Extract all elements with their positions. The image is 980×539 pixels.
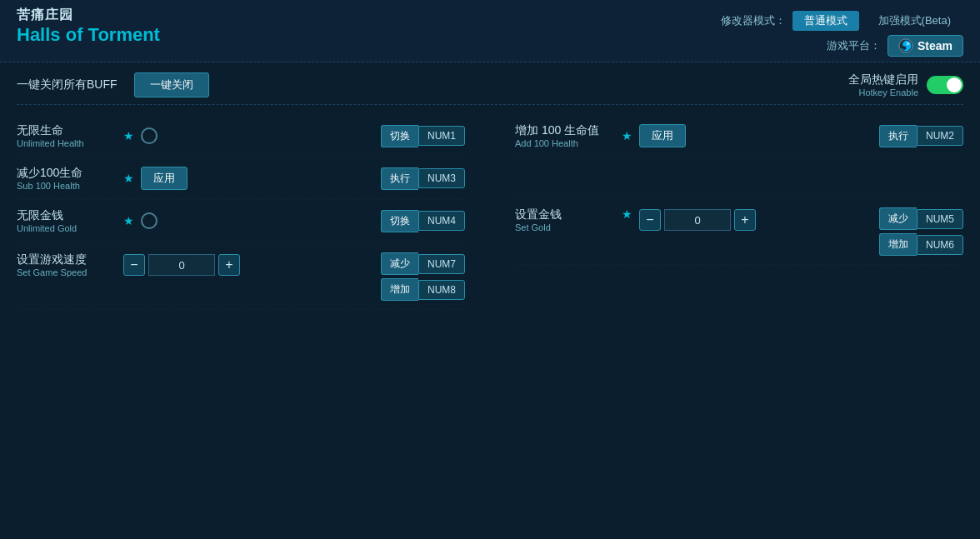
one-key-label: 一键关闭所有BUFF [17,77,118,92]
key-name-gold-num6[interactable]: NUM6 [917,235,963,255]
feature-unlimited-health: 无限生命 Unlimited Health ★ 切换 NUM1 [17,115,465,157]
key-action-unlimited-health[interactable]: 切换 [381,125,418,147]
features-grid: 无限生命 Unlimited Health ★ 切换 NUM1 减少100生命 … [17,115,963,310]
steam-label: Steam [918,39,952,52]
feature-name-add-health: 增加 100 生命值 Add 100 Health [515,123,615,148]
key-name-unlimited-gold[interactable]: NUM4 [418,211,465,231]
apply-add-health[interactable]: 应用 [639,124,686,147]
hotkey-row: 一键关闭所有BUFF 一键关闭 全局热键启用 Hotkey Enable [17,72,963,105]
key-action-unlimited-gold[interactable]: 切换 [381,210,418,232]
title-english: Halls of Torment [17,24,160,46]
mode-label: 修改器模式： [721,13,786,28]
feature-add-health: 增加 100 生命值 Add 100 Health ★ 应用 执行 NUM2 [515,115,963,157]
feat-zh-set-gold: 设置金钱 [515,207,615,222]
apply-sub-health[interactable]: 应用 [141,167,188,190]
feat-en-set-gold: Set Gold [515,222,615,232]
key-action-sub-health[interactable]: 执行 [381,167,418,190]
gold-minus[interactable]: − [639,209,661,231]
feat-en-unlimited-health: Unlimited Health [17,138,117,148]
left-column: 无限生命 Unlimited Health ★ 切换 NUM1 减少100生命 … [17,115,465,310]
title-block: 苦痛庄园 Halls of Torment [17,7,160,46]
game-speed-minus[interactable]: − [123,254,145,276]
global-hotkey-zh: 全局热键启用 [848,72,918,87]
feat-zh-add-health: 增加 100 生命值 [515,123,615,138]
key-btn-unlimited-gold: 切换 NUM4 [381,210,465,232]
mode-normal-button[interactable]: 普通模式 [792,11,859,31]
feature-name-set-gold: 设置金钱 Set Gold [515,207,615,232]
gold-key-stack: 减少 NUM5 增加 NUM6 [879,207,963,256]
star-sub-health[interactable]: ★ [123,172,134,185]
main-content: 一键关闭所有BUFF 一键关闭 全局热键启用 Hotkey Enable 无限生… [0,62,980,320]
feature-unlimited-gold: 无限金钱 Unlimited Gold ★ 切换 NUM4 [17,200,465,242]
toggle-track [927,76,963,94]
gold-plus[interactable]: + [734,209,756,231]
platform-row: 游戏平台： Steam [827,35,963,57]
hotkey-toggle[interactable] [927,76,963,94]
one-key-section: 一键关闭所有BUFF 一键关闭 [17,72,209,97]
feature-name-sub-health: 减少100生命 Sub 100 Health [17,166,117,191]
right-column: 增加 100 生命值 Add 100 Health ★ 应用 执行 NUM2 设… [515,115,963,310]
gold-input-row: − + [639,209,756,231]
empty-row-placeholder [515,157,963,199]
feature-name-game-speed: 设置游戏速度 Set Game Speed [17,252,117,277]
key-action-gold-decrease[interactable]: 减少 [879,207,917,230]
feature-set-gold: 设置金钱 Set Gold ★ − + 减少 NUM5 增加 [515,199,963,265]
key-btn-gold-increase: 增加 NUM6 [879,233,963,256]
star-add-health[interactable]: ★ [622,129,632,142]
global-hotkey-labels: 全局热键启用 Hotkey Enable [848,72,918,97]
game-speed-value[interactable] [148,254,215,276]
key-action-add-health[interactable]: 执行 [879,125,917,147]
gold-value[interactable] [664,209,731,231]
key-name-unlimited-health[interactable]: NUM1 [418,126,465,146]
feat-zh-unlimited-gold: 无限金钱 [17,208,117,223]
feature-name-unlimited-health: 无限生命 Unlimited Health [17,123,117,148]
key-action-gold-increase[interactable]: 增加 [879,233,917,256]
key-action-game-speed-increase[interactable]: 增加 [381,278,418,301]
game-speed-key-stack: 减少 NUM7 增加 NUM8 [381,252,465,301]
key-btn-game-speed-increase: 增加 NUM8 [381,278,465,301]
svg-point-1 [906,42,909,46]
key-name-game-speed-num8[interactable]: NUM8 [418,280,465,300]
steam-button[interactable]: Steam [888,35,963,57]
key-name-sub-health[interactable]: NUM3 [418,168,465,188]
feat-en-unlimited-gold: Unlimited Gold [17,223,117,233]
key-name-gold-num5[interactable]: NUM5 [917,209,963,229]
mode-beta-button[interactable]: 加强模式(Beta) [866,10,963,32]
key-btn-unlimited-health: 切换 NUM1 [381,125,465,147]
star-unlimited-health[interactable]: ★ [123,129,134,142]
feature-sub-health: 减少100生命 Sub 100 Health ★ 应用 执行 NUM3 [17,157,465,200]
star-set-gold[interactable]: ★ [622,207,632,221]
toggle-unlimited-gold[interactable] [141,212,158,229]
key-btn-sub-health: 执行 NUM3 [381,167,465,190]
feat-en-game-speed: Set Game Speed [17,267,117,277]
mode-row: 修改器模式： 普通模式 加强模式(Beta) [721,10,963,32]
title-chinese: 苦痛庄园 [17,7,160,24]
close-all-button[interactable]: 一键关闭 [134,72,209,97]
feat-zh-game-speed: 设置游戏速度 [17,252,117,267]
global-hotkey: 全局热键启用 Hotkey Enable [848,72,963,97]
feature-name-unlimited-gold: 无限金钱 Unlimited Gold [17,208,117,233]
game-speed-plus[interactable]: + [218,254,240,276]
key-name-game-speed-num7[interactable]: NUM7 [418,254,465,274]
game-speed-input-row: − + [123,254,240,276]
platform-label: 游戏平台： [827,38,881,53]
key-btn-game-speed-decrease: 减少 NUM7 [381,252,465,275]
steam-icon [898,38,913,53]
global-hotkey-en: Hotkey Enable [848,87,918,97]
key-name-add-health[interactable]: NUM2 [917,126,963,146]
header-right: 修改器模式： 普通模式 加强模式(Beta) 游戏平台： Steam [721,7,963,57]
key-btn-gold-decrease: 减少 NUM5 [879,207,963,230]
toggle-unlimited-health[interactable] [141,127,158,144]
feat-zh-sub-health: 减少100生命 [17,166,117,181]
header: 苦痛庄园 Halls of Torment 修改器模式： 普通模式 加强模式(B… [0,0,980,62]
feature-game-speed: 设置游戏速度 Set Game Speed − + 减少 NUM7 增加 [17,242,465,310]
feat-en-sub-health: Sub 100 Health [17,181,117,191]
toggle-thumb [947,77,962,92]
key-btn-add-health: 执行 NUM2 [879,125,963,147]
key-action-game-speed-decrease[interactable]: 减少 [381,252,418,275]
feat-en-add-health: Add 100 Health [515,138,615,148]
star-unlimited-gold[interactable]: ★ [123,214,134,227]
feat-zh-unlimited-health: 无限生命 [17,123,117,138]
